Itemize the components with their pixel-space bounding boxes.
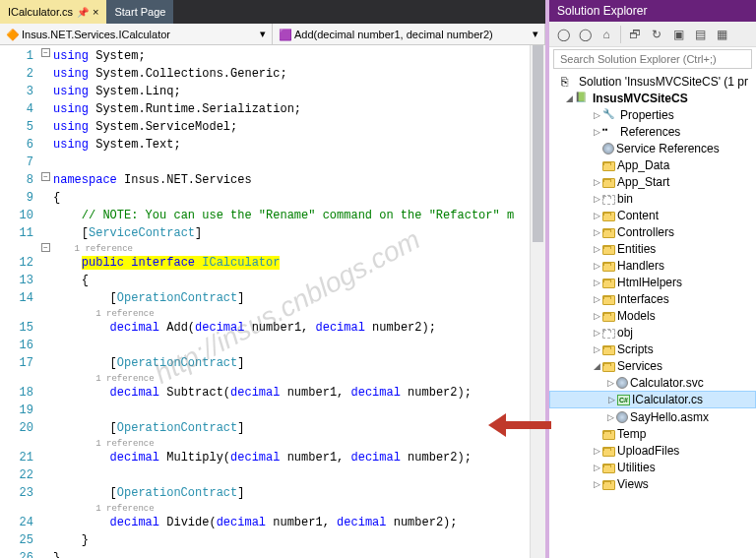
tree-label: SayHello.asmx xyxy=(630,410,709,424)
tree-label: Temp xyxy=(617,427,646,441)
folder-icon xyxy=(602,212,615,221)
tree-label: Models xyxy=(617,309,656,323)
tree-item-sayhello-asmx[interactable]: ▷SayHello.asmx xyxy=(549,408,756,425)
tree-item-icalculator-cs[interactable]: ▷C#ICalculator.cs xyxy=(549,391,756,408)
tree-label: bin xyxy=(617,192,633,206)
expand-icon[interactable]: ▷ xyxy=(591,127,602,137)
tree-label: Services xyxy=(617,359,662,373)
folder-hidden-icon xyxy=(602,329,615,339)
service-icon xyxy=(616,377,628,389)
tree-item-content[interactable]: ▷Content xyxy=(549,207,756,223)
expand-icon[interactable]: ▷ xyxy=(591,244,602,254)
expand-icon[interactable]: ▷ xyxy=(591,194,602,204)
tree-item-models[interactable]: ▷Models xyxy=(549,307,756,324)
expand-icon[interactable]: ▷ xyxy=(591,261,602,271)
tree-label: Handlers xyxy=(617,259,664,273)
expand-icon[interactable]: ▷ xyxy=(591,311,602,321)
folder-icon xyxy=(602,312,615,322)
tree-item-utilities[interactable]: ▷Utilities xyxy=(549,459,756,475)
expand-icon[interactable]: ▷ xyxy=(591,177,602,187)
expand-icon[interactable]: ▷ xyxy=(591,479,602,489)
tree-label: Calculator.svc xyxy=(630,376,704,390)
solution-toolbar: ◯ ◯ ⌂ 🗗 ↻ ▣ ▤ ▦ xyxy=(549,22,756,47)
pin-icon[interactable]: 📌 xyxy=(77,7,89,18)
tree-item-services[interactable]: ◢Services xyxy=(549,357,756,374)
tree-label: Interfaces xyxy=(617,292,669,306)
folder-icon xyxy=(602,345,615,355)
home-icon[interactable]: ⌂ xyxy=(597,25,616,44)
tree-item-handlers[interactable]: ▷Handlers xyxy=(549,257,756,274)
project-icon: 📗 xyxy=(575,92,591,105)
method-icon: 🟪 xyxy=(279,29,290,40)
tree-item-controllers[interactable]: ▷Controllers xyxy=(549,223,756,240)
scroll-thumb[interactable] xyxy=(533,45,543,242)
tree-label: Views xyxy=(617,477,649,491)
nav-member-dropdown[interactable]: 🟪 Add(decimal number1, decimal number2) … xyxy=(273,24,545,44)
nav-type-dropdown[interactable]: 🔶 Insus.NET.Services.ICalculator ▾ xyxy=(0,24,273,44)
search-input[interactable] xyxy=(553,49,752,69)
tab-icalculator[interactable]: ICalculator.cs 📌 × xyxy=(0,0,106,24)
csharp-icon: C# xyxy=(617,395,630,405)
tree-item-app-data[interactable]: App_Data xyxy=(549,156,756,173)
tree-item-calculator-svc[interactable]: ▷Calculator.svc xyxy=(549,374,756,391)
expand-icon[interactable]: ▷ xyxy=(604,378,616,388)
fold-gutter: − − − xyxy=(39,45,53,558)
forward-icon[interactable]: ◯ xyxy=(575,25,595,44)
tree-item-entities[interactable]: ▷Entities xyxy=(549,240,756,257)
expand-icon[interactable]: ▷ xyxy=(591,344,602,354)
tree-item-temp[interactable]: Temp xyxy=(549,425,756,442)
close-icon[interactable]: × xyxy=(93,6,98,18)
tree-item-scripts[interactable]: ▷Scripts xyxy=(549,341,756,357)
folder-icon xyxy=(602,161,615,171)
expand-icon[interactable]: ▷ xyxy=(591,463,602,472)
vertical-scrollbar[interactable] xyxy=(530,45,545,558)
tab-label: Start Page xyxy=(114,6,165,18)
expand-icon[interactable]: ▷ xyxy=(591,211,602,220)
properties-icon[interactable]: ▦ xyxy=(712,25,731,44)
showall-icon[interactable]: ▤ xyxy=(690,25,710,44)
tree-label: ICalculator.cs xyxy=(632,393,703,406)
folder-icon xyxy=(602,279,615,288)
expand-icon[interactable]: ▷ xyxy=(591,446,602,456)
tree-item-obj[interactable]: ▷obj xyxy=(549,324,756,341)
code-content[interactable]: using System;using System.Collections.Ge… xyxy=(53,45,530,558)
tree-item-htmlhelpers[interactable]: ▷HtmlHelpers xyxy=(549,274,756,290)
tree-label: Content xyxy=(617,209,659,222)
expand-icon[interactable]: ▷ xyxy=(591,110,602,120)
folder-icon xyxy=(602,430,615,440)
sync-icon[interactable]: 🗗 xyxy=(625,25,645,44)
solution-icon: ⎘ xyxy=(561,75,577,89)
expand-icon[interactable]: ▷ xyxy=(591,227,602,237)
solution-explorer-title: Solution Explorer xyxy=(549,0,756,22)
fold-toggle[interactable]: − xyxy=(41,172,50,181)
tree-item-insusmvcsitecs[interactable]: ◢📗InsusMVCSiteCS xyxy=(549,90,756,106)
expand-icon[interactable]: ◢ xyxy=(591,361,602,371)
nav-bar: 🔶 Insus.NET.Services.ICalculator ▾ 🟪 Add… xyxy=(0,24,545,45)
tree-item-interfaces[interactable]: ▷Interfaces xyxy=(549,290,756,307)
collapse-icon[interactable]: ▣ xyxy=(668,25,688,44)
expand-icon[interactable]: ▷ xyxy=(591,278,602,287)
tree-item-service-references[interactable]: Service References xyxy=(549,140,756,156)
tab-startpage[interactable]: Start Page xyxy=(106,0,173,24)
tree-item-properties[interactable]: ▷🔧Properties xyxy=(549,106,756,123)
expand-icon[interactable]: ▷ xyxy=(591,294,602,304)
tab-label: ICalculator.cs xyxy=(8,6,73,18)
expand-icon[interactable]: ▷ xyxy=(591,328,602,338)
tree-label: UploadFiles xyxy=(617,444,679,458)
tree-item-app-start[interactable]: ▷App_Start xyxy=(549,173,756,190)
refresh-icon[interactable]: ↻ xyxy=(647,25,666,44)
tree-item-bin[interactable]: ▷bin xyxy=(549,190,756,207)
tree-item-uploadfiles[interactable]: ▷UploadFiles xyxy=(549,442,756,459)
tree-item-solution-insusmvcsitecs-1-pr[interactable]: ⎘Solution 'InsusMVCSiteCS' (1 pr xyxy=(549,73,756,90)
expand-icon[interactable]: ▷ xyxy=(605,395,617,404)
tree-label: Utilities xyxy=(617,461,656,474)
fold-toggle[interactable]: − xyxy=(41,243,50,252)
tree-item-references[interactable]: ▷▪▪References xyxy=(549,123,756,140)
tree-label: Service References xyxy=(616,142,720,155)
tree-item-views[interactable]: ▷Views xyxy=(549,475,756,492)
back-icon[interactable]: ◯ xyxy=(553,25,573,44)
chevron-down-icon: ▾ xyxy=(533,28,538,40)
expand-icon[interactable]: ◢ xyxy=(563,93,575,103)
fold-toggle[interactable]: − xyxy=(41,48,50,57)
expand-icon[interactable]: ▷ xyxy=(604,412,616,422)
